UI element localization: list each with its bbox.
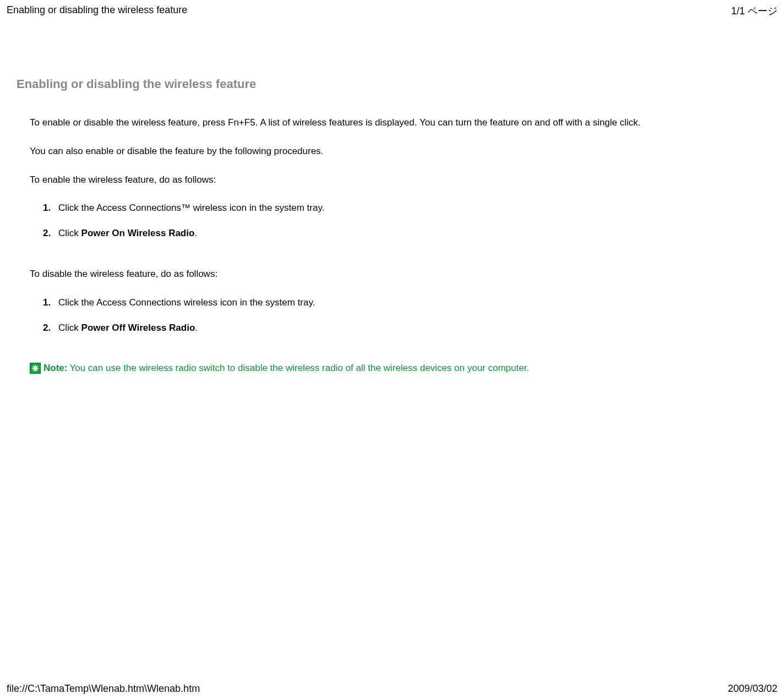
enable-heading: To enable the wireless feature, do as fo… xyxy=(30,173,767,187)
print-footer: file://C:\TamaTemp\Wlenab.htm\Wlenab.htm… xyxy=(0,683,784,695)
footer-date: 2009/03/02 xyxy=(728,683,777,695)
list-number: 2. xyxy=(43,227,58,240)
disable-list: 1. Click the Access Connections wireless… xyxy=(30,296,767,335)
bold-text: Power Off Wireless Radio xyxy=(81,323,195,333)
list-item: 2. Click Power On Wireless Radio. xyxy=(43,227,767,240)
text-suffix: . xyxy=(195,323,198,333)
main-content: Enabling or disabling the wireless featu… xyxy=(0,22,784,391)
header-title: Enabling or disabling the wireless featu… xyxy=(7,4,187,18)
intro-paragraph-2: You can also enable or disable the featu… xyxy=(30,145,767,158)
note-text: You can use the wireless radio switch to… xyxy=(69,362,529,375)
bold-text: Power On Wireless Radio xyxy=(81,228,195,238)
print-header: Enabling or disabling the wireless featu… xyxy=(0,0,784,22)
list-text: Click Power Off Wireless Radio. xyxy=(58,321,767,335)
note-label: Note: xyxy=(43,362,67,375)
list-item: 2. Click Power Off Wireless Radio. xyxy=(43,321,767,335)
list-item: 1. Click the Access Connections™ wireles… xyxy=(43,201,767,215)
list-number: 1. xyxy=(43,201,58,215)
body-section: To enable or disable the wireless featur… xyxy=(17,116,767,375)
intro-paragraph-1: To enable or disable the wireless featur… xyxy=(30,116,767,129)
text-suffix: . xyxy=(194,228,197,238)
disable-heading: To disable the wireless feature, do as f… xyxy=(30,267,767,281)
header-page-info: 1/1 ページ xyxy=(731,4,777,18)
asterisk-icon xyxy=(30,363,41,374)
list-number: 2. xyxy=(43,321,58,335)
footer-path: file://C:\TamaTemp\Wlenab.htm\Wlenab.htm xyxy=(7,683,200,695)
list-item: 1. Click the Access Connections wireless… xyxy=(43,296,767,309)
note-block: Note: You can use the wireless radio swi… xyxy=(30,362,767,375)
page-title: Enabling or disabling the wireless featu… xyxy=(17,77,767,91)
list-text: Click Power On Wireless Radio. xyxy=(58,227,767,240)
text-prefix: Click xyxy=(58,323,81,333)
list-number: 1. xyxy=(43,296,58,309)
list-text: Click the Access Connections™ wireless i… xyxy=(58,201,767,215)
text-prefix: Click xyxy=(58,228,81,238)
enable-list: 1. Click the Access Connections™ wireles… xyxy=(30,201,767,240)
list-text: Click the Access Connections wireless ic… xyxy=(58,296,767,309)
